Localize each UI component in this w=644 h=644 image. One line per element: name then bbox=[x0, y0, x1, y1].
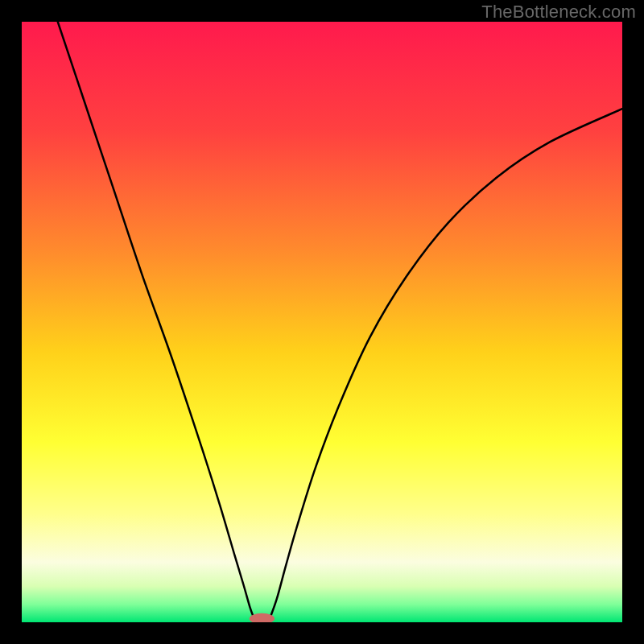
watermark-text: TheBottleneck.com bbox=[481, 2, 636, 23]
gradient-background bbox=[22, 22, 622, 622]
chart-svg bbox=[22, 22, 622, 622]
chart-frame: TheBottleneck.com bbox=[0, 0, 644, 644]
plot-area bbox=[22, 22, 622, 622]
